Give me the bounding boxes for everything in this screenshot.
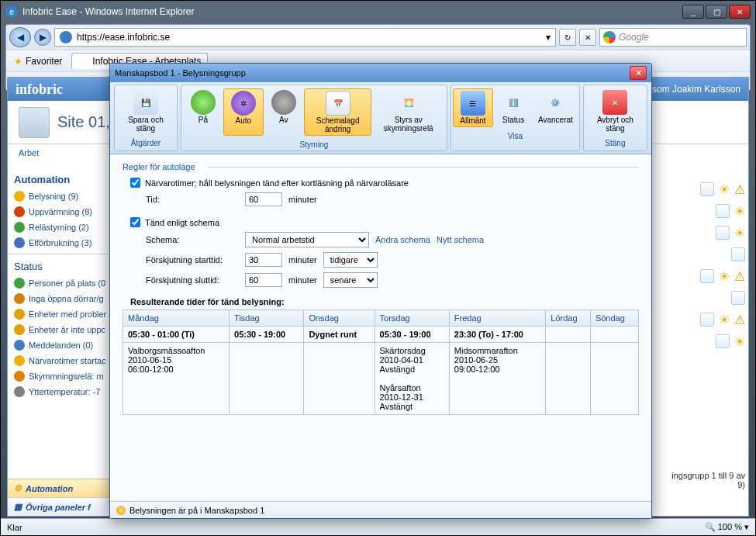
tab-icon <box>78 56 89 67</box>
end-offset-label: Förskjutning sluttid: <box>146 275 239 285</box>
schema-checkbox[interactable]: Tänd enligt schema <box>130 217 639 227</box>
cancel-close-button[interactable]: ✕Avbryt och stäng <box>585 88 645 134</box>
browser-window: e Infobric Ease - Windows Internet Explo… <box>0 0 756 536</box>
stop-button[interactable]: ✕ <box>579 29 596 46</box>
cancel-icon: ✕ <box>602 90 627 115</box>
note-cell: Skärtorsdag 2010-04-01 Avstängd Nyårsaft… <box>375 343 449 415</box>
sun-icon: ☀ <box>719 269 730 284</box>
grid-icon[interactable] <box>700 313 714 327</box>
grid-icon[interactable] <box>731 247 745 261</box>
grid-icon[interactable] <box>731 291 745 305</box>
modal-titlebar: Manskapsbod 1 - Belysningsgrupp ✕ <box>110 64 651 82</box>
close-button[interactable]: ✕ <box>729 5 751 19</box>
save-close-button[interactable]: 💾 Spara och stäng <box>116 88 175 134</box>
start-offset-label: Förskjutning starttid: <box>146 255 239 265</box>
off-icon <box>271 90 296 115</box>
day-header: Måndag <box>123 310 230 327</box>
warn-icon: ⚠ <box>734 182 745 197</box>
result-title: Resulterande tider för tänd belysning: <box>130 297 639 306</box>
right-column: ☀⚠ ☀ ☀ ☀⚠ ☀⚠ ☀ ingsgrupp 1 till 9 av 9) <box>663 178 748 493</box>
grid-icon[interactable] <box>700 182 714 196</box>
end-dir-select[interactable]: senare <box>323 272 378 288</box>
auto-icon: ✲ <box>231 91 256 116</box>
note-cell <box>590 343 638 415</box>
start-offset-input[interactable] <box>245 253 282 267</box>
settings-modal: Manskapsbod 1 - Belysningsgrupp ✕ 💾 Spar… <box>109 63 652 519</box>
general-button[interactable]: ☰Allmänt <box>453 88 493 127</box>
day-header: Fredag <box>449 310 545 327</box>
window-title: Infobric Ease - Windows Internet Explore… <box>22 6 194 17</box>
minimize-button[interactable]: _ <box>682 5 704 19</box>
bulb-icon <box>116 506 126 515</box>
url-text: https://ease.infobric.se <box>77 32 170 43</box>
dusk-relay-button[interactable]: 🌅Styrs av skymningsrelä <box>371 88 445 136</box>
off-button[interactable]: Av <box>264 88 304 136</box>
brand-logo: infobric <box>16 81 63 98</box>
info-icon: ℹ️ <box>501 90 526 115</box>
note-cell <box>230 343 304 415</box>
auto-button[interactable]: ✲Auto <box>223 88 264 136</box>
on-button[interactable]: På <box>183 88 223 136</box>
sun-icon: ☀ <box>734 226 745 240</box>
sun-icon: ☀ <box>719 182 730 197</box>
section-title: Regler för autoläge <box>123 162 639 171</box>
window-titlebar: e Infobric Ease - Windows Internet Explo… <box>1 1 755 22</box>
advanced-button[interactable]: ⚙️Avancerat <box>533 88 578 127</box>
back-button[interactable]: ◀ <box>9 27 31 47</box>
new-schema-link[interactable]: Nytt schema <box>437 235 484 244</box>
status-text: Klar <box>7 523 22 532</box>
modal-close-button[interactable]: ✕ <box>630 66 647 80</box>
sun-icon: ☀ <box>719 313 730 327</box>
time-cell: 23:30 (To) - 17:00 <box>449 327 545 343</box>
forward-button[interactable]: ▶ <box>34 29 51 46</box>
time-cell <box>546 327 591 343</box>
list-icon: ☰ <box>461 91 485 116</box>
star-icon: ★ <box>14 56 22 67</box>
favorites-button[interactable]: ★Favoriter <box>9 54 67 68</box>
edit-schema-link[interactable]: Ändra schema <box>375 235 430 244</box>
note-cell: Midsommarafton 2010-06-25 09:00-12:00 <box>449 343 545 415</box>
zoom-control[interactable]: 🔍 100 % ▾ <box>705 522 749 532</box>
grid-icon[interactable] <box>716 334 730 348</box>
on-icon <box>191 90 216 115</box>
note-cell <box>546 343 591 415</box>
time-cell: 05:30 - 19:00 <box>230 327 304 343</box>
logged-in-label: d som Joakim Karlsson <box>644 84 740 95</box>
presence-timer-checkbox[interactable]: Närvarotimer; håll belysningen tänd efte… <box>130 178 639 188</box>
calendar-icon: 📅 <box>326 91 350 116</box>
schema-label: Schema: <box>146 235 239 244</box>
time-cell <box>590 327 638 343</box>
note-cell: Valborgsmässoafton 2010-06-15 06:00-12:0… <box>123 343 230 415</box>
modal-title-text: Manskapsbod 1 - Belysningsgrupp <box>115 68 246 78</box>
address-bar[interactable]: https://ease.infobric.se ▾ <box>54 28 556 47</box>
tid-input[interactable] <box>245 192 282 206</box>
note-cell <box>304 343 375 415</box>
day-header: Söndag <box>590 310 638 327</box>
status-button[interactable]: ℹ️Status <box>493 88 533 127</box>
time-cell: 05:30 - 19:00 <box>375 327 449 343</box>
grid-icon[interactable] <box>716 226 730 240</box>
refresh-button[interactable]: ↻ <box>559 29 576 46</box>
search-box[interactable]: Google <box>599 28 747 47</box>
sublink[interactable]: Arbet <box>19 148 39 157</box>
chk1-input[interactable] <box>130 178 140 188</box>
sun-icon: ☀ <box>734 334 745 349</box>
warn-icon: ⚠ <box>734 269 745 284</box>
grid-icon[interactable] <box>700 269 714 283</box>
chk2-input[interactable] <box>130 217 140 227</box>
time-cell: 05:30 - 01:00 (Ti) <box>123 327 230 343</box>
count-label: ingsgrupp 1 till 9 av 9) <box>666 471 745 489</box>
search-placeholder: Google <box>619 32 649 43</box>
day-header: Lördag <box>546 310 591 327</box>
day-header: Torsdag <box>375 310 449 327</box>
gear-icon: ⚙️ <box>543 90 568 115</box>
end-offset-input[interactable] <box>245 273 282 287</box>
start-dir-select[interactable]: tidigare <box>323 252 378 268</box>
site-icon-large <box>19 107 50 138</box>
maximize-button[interactable]: ▢ <box>706 5 727 19</box>
modal-status-text: Belysningen är på i Manskapsbod 1 <box>129 506 264 515</box>
schema-select[interactable]: Normal arbetstid <box>245 232 369 247</box>
scheduled-button[interactable]: 📅Schemalagd ändring <box>304 88 372 136</box>
app-icon: e <box>5 5 18 18</box>
grid-icon[interactable] <box>716 204 730 218</box>
